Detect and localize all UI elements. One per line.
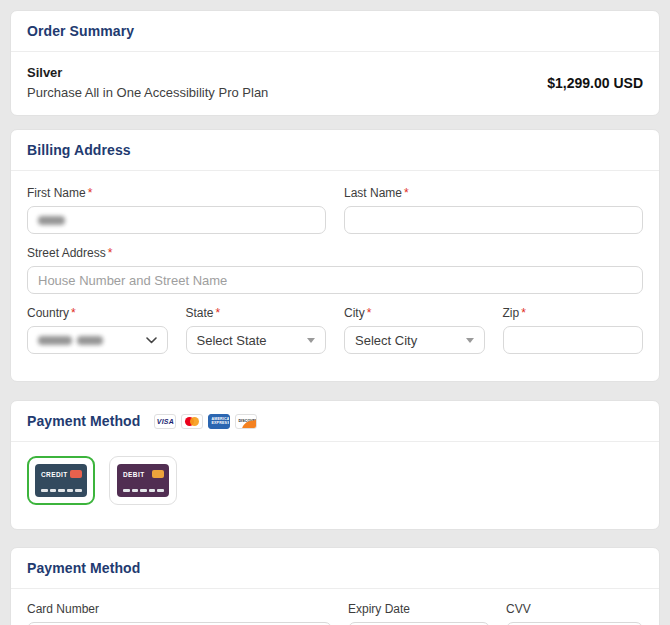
caret-down-icon xyxy=(466,338,474,343)
zip-input[interactable] xyxy=(503,326,644,354)
card-number-label: Card Number xyxy=(27,602,332,616)
street-address-field: Street Address* xyxy=(27,246,643,294)
billing-address-title: Billing Address xyxy=(27,142,131,158)
payment-method-header: Payment Method VISA AMERICAN EXPRESS DIS… xyxy=(11,401,659,442)
plan-price: $1,299.00 USD xyxy=(547,75,643,91)
credit-card-graphic: CREDIT xyxy=(35,464,87,497)
required-asterisk: * xyxy=(367,306,372,320)
country-field: Country* xyxy=(27,306,168,354)
billing-address-card: Billing Address First Name* Last Name* S… xyxy=(10,129,660,382)
caret-down-icon xyxy=(307,338,315,343)
order-summary-header: Order Summary xyxy=(11,11,659,52)
street-address-label: Street Address* xyxy=(27,246,643,260)
country-select[interactable] xyxy=(27,326,168,354)
card-chip-icon xyxy=(70,470,82,478)
first-name-label: First Name* xyxy=(27,186,326,200)
plan-info: Silver Purchase All in One Accessibility… xyxy=(27,65,268,100)
state-field: State* Select State xyxy=(186,306,327,354)
visa-icon: VISA xyxy=(154,414,176,429)
payment-method-title: Payment Method xyxy=(27,413,140,429)
city-label: City* xyxy=(344,306,485,320)
country-label: Country* xyxy=(27,306,168,320)
expiry-date-label: Expiry Date xyxy=(348,602,490,616)
state-select[interactable]: Select State xyxy=(186,326,327,354)
payment-details-header: Payment Method xyxy=(11,548,659,589)
state-label: State* xyxy=(186,306,327,320)
debit-card-option[interactable]: DEBIT xyxy=(109,456,177,505)
city-field: City* Select City xyxy=(344,306,485,354)
discover-icon: DISCOVER xyxy=(235,414,257,429)
debit-option-label: DEBIT xyxy=(123,471,145,478)
required-asterisk: * xyxy=(71,306,76,320)
first-name-field: First Name* xyxy=(27,186,326,234)
last-name-label: Last Name* xyxy=(344,186,643,200)
payment-details-form: Card Number Expiry Date CVV xyxy=(11,589,659,625)
card-brand-icons: VISA AMERICAN EXPRESS DISCOVER xyxy=(154,414,257,429)
card-number-dashes xyxy=(123,489,164,493)
required-asterisk: * xyxy=(404,186,409,200)
chevron-down-icon xyxy=(146,337,157,344)
order-summary-row: Silver Purchase All in One Accessibility… xyxy=(11,52,659,115)
plan-name: Silver xyxy=(27,65,268,80)
billing-address-form: First Name* Last Name* Street Address* C… xyxy=(11,171,659,381)
payment-details-title: Payment Method xyxy=(27,560,140,576)
plan-description: Purchase All in One Accessibility Pro Pl… xyxy=(27,85,268,100)
required-asterisk: * xyxy=(88,186,93,200)
last-name-input[interactable] xyxy=(344,206,643,234)
zip-label: Zip* xyxy=(503,306,644,320)
order-summary-card: Order Summary Silver Purchase All in One… xyxy=(10,10,660,116)
street-address-input[interactable] xyxy=(27,266,643,294)
card-number-dashes xyxy=(41,489,82,493)
city-select-value: Select City xyxy=(355,333,417,348)
required-asterisk: * xyxy=(108,246,113,260)
credit-card-option[interactable]: CREDIT xyxy=(27,456,95,505)
cvv-label: CVV xyxy=(506,602,643,616)
city-select[interactable]: Select City xyxy=(344,326,485,354)
required-asterisk: * xyxy=(521,306,526,320)
debit-card-graphic: DEBIT xyxy=(117,464,169,497)
card-number-field: Card Number xyxy=(27,602,332,625)
required-asterisk: * xyxy=(216,306,221,320)
credit-option-label: CREDIT xyxy=(41,471,68,478)
order-summary-title: Order Summary xyxy=(27,23,134,39)
zip-field: Zip* xyxy=(503,306,644,366)
cvv-field: CVV xyxy=(506,602,643,625)
payment-type-options: CREDIT DEBIT xyxy=(11,442,659,529)
mastercard-icon xyxy=(181,414,203,429)
payment-method-selector-card: Payment Method VISA AMERICAN EXPRESS DIS… xyxy=(10,400,660,530)
redacted-first-name-value xyxy=(38,216,65,225)
last-name-field: Last Name* xyxy=(344,186,643,246)
billing-address-header: Billing Address xyxy=(11,130,659,171)
expiry-date-field: Expiry Date xyxy=(348,602,490,625)
redacted-country-value xyxy=(38,336,103,345)
state-select-value: Select State xyxy=(197,333,267,348)
amex-icon: AMERICAN EXPRESS xyxy=(208,414,230,429)
card-chip-icon xyxy=(152,470,164,478)
first-name-input[interactable] xyxy=(27,206,326,234)
payment-details-card: Payment Method Card Number Expiry Date C… xyxy=(10,547,660,625)
